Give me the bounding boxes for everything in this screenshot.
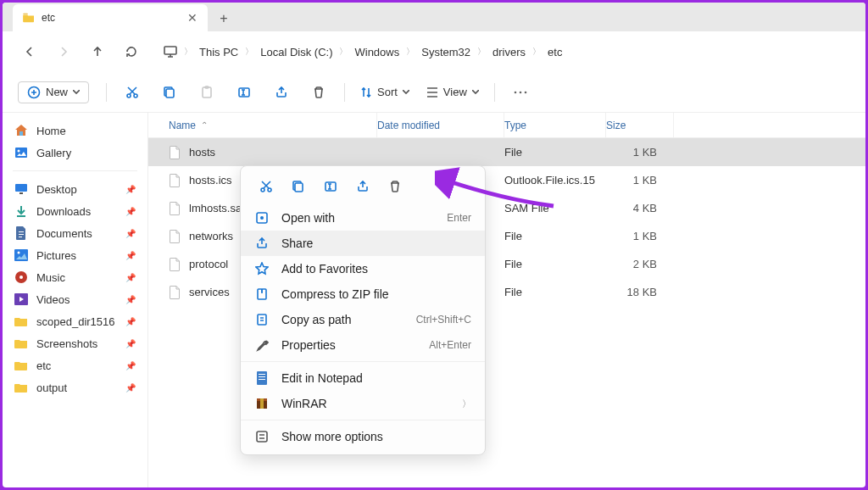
svg-rect-31 bbox=[259, 376, 265, 377]
ctx-winrar[interactable]: WinRAR〉 bbox=[241, 391, 485, 416]
copy-button[interactable] bbox=[154, 79, 185, 106]
sidebar-label: Pictures bbox=[36, 249, 76, 262]
up-button[interactable] bbox=[86, 40, 109, 64]
file-row[interactable]: hostsFile1 KB bbox=[148, 138, 865, 166]
file-icon bbox=[169, 146, 181, 159]
ctx-rename-button[interactable] bbox=[317, 175, 344, 198]
svg-rect-4 bbox=[166, 89, 174, 97]
sidebar-item[interactable]: Documents📌 bbox=[3, 222, 147, 244]
sidebar-label: output bbox=[36, 381, 67, 394]
new-button[interactable]: New bbox=[18, 81, 89, 103]
close-icon[interactable]: ✕ bbox=[187, 11, 198, 25]
desktop-icon bbox=[14, 182, 28, 196]
breadcrumb-item[interactable]: Windows bbox=[354, 46, 399, 58]
breadcrumb-item[interactable]: This PC bbox=[199, 46, 238, 58]
file-type: Outlook.File.ics.15 bbox=[504, 174, 606, 187]
rename-button[interactable] bbox=[229, 79, 259, 106]
sidebar-item[interactable]: Music📌 bbox=[3, 266, 147, 288]
file-icon bbox=[169, 258, 181, 271]
file-icon bbox=[169, 230, 181, 243]
pin-icon: 📌 bbox=[125, 361, 136, 370]
refresh-button[interactable] bbox=[120, 40, 143, 64]
svg-point-8 bbox=[515, 91, 517, 93]
pin-icon: 📌 bbox=[125, 273, 136, 282]
column-date[interactable]: Date modified bbox=[377, 113, 504, 137]
cut-button[interactable] bbox=[117, 79, 147, 106]
monitor-icon bbox=[164, 46, 177, 58]
breadcrumb-item[interactable]: System32 bbox=[421, 46, 470, 58]
sidebar-item[interactable]: Pictures📌 bbox=[3, 244, 147, 266]
sidebar-item[interactable]: scoped_dir1516📌 bbox=[3, 310, 147, 332]
pin-icon: 📌 bbox=[125, 251, 136, 260]
breadcrumb-item[interactable]: etc bbox=[548, 46, 562, 58]
ctx-openwith[interactable]: Open withEnter bbox=[241, 205, 485, 231]
pin-icon: 📌 bbox=[125, 295, 136, 304]
sort-dropdown[interactable]: Sort bbox=[352, 79, 418, 106]
sidebar-label: Videos bbox=[36, 293, 70, 306]
sidebar-item[interactable]: Videos📌 bbox=[3, 288, 147, 310]
video-icon bbox=[14, 292, 28, 306]
ctx-copy-button[interactable] bbox=[285, 175, 312, 198]
ctx-star[interactable]: Add to Favorites bbox=[241, 256, 485, 281]
pin-icon: 📌 bbox=[125, 339, 136, 348]
svg-rect-12 bbox=[15, 148, 27, 158]
delete-button[interactable] bbox=[303, 79, 334, 106]
sidebar-home[interactable]: Home bbox=[3, 120, 147, 142]
ctx-cut-button[interactable] bbox=[253, 175, 280, 198]
sidebar-label: Gallery bbox=[36, 147, 71, 159]
file-icon bbox=[169, 286, 181, 299]
sidebar-label: Desktop bbox=[36, 183, 77, 196]
ctx-show-more[interactable]: Show more options bbox=[241, 424, 485, 449]
sidebar-label: Screenshots bbox=[36, 337, 97, 350]
view-dropdown[interactable]: View bbox=[418, 79, 487, 106]
ctx-delete-button[interactable] bbox=[381, 175, 409, 198]
column-size[interactable]: Size bbox=[606, 113, 674, 137]
tab-etc[interactable]: etc ✕ bbox=[13, 4, 208, 31]
context-menu[interactable]: Open withEnterShareAdd to FavoritesCompr… bbox=[240, 165, 486, 455]
sort-label: Sort bbox=[377, 86, 398, 98]
ctx-notepad[interactable]: Edit in Notepad bbox=[241, 365, 485, 391]
sidebar-label: Documents bbox=[36, 227, 92, 240]
file-size: 1 KB bbox=[606, 146, 674, 159]
sidebar-item[interactable]: Screenshots📌 bbox=[3, 332, 147, 354]
more-button[interactable] bbox=[505, 79, 536, 106]
svg-rect-15 bbox=[19, 192, 23, 194]
ctx-copypath[interactable]: Copy as pathCtrl+Shift+C bbox=[241, 307, 485, 332]
svg-point-19 bbox=[19, 276, 23, 279]
breadcrumb[interactable]: 〉 This PC 〉 Local Disk (C:) 〉 Windows 〉 … bbox=[164, 46, 562, 58]
folder-icon bbox=[14, 315, 28, 328]
sidebar-label: etc bbox=[36, 359, 51, 372]
ctx-zip[interactable]: Compress to ZIP file bbox=[241, 281, 485, 307]
paste-button[interactable] bbox=[192, 79, 222, 106]
sidebar-item[interactable]: Desktop📌 bbox=[3, 178, 147, 200]
sidebar-label: Home bbox=[36, 125, 66, 137]
ctx-share[interactable]: Share bbox=[241, 231, 485, 256]
back-button[interactable] bbox=[18, 40, 42, 64]
chevron-down-icon bbox=[403, 90, 409, 95]
ctx-share-button[interactable] bbox=[349, 175, 376, 198]
sidebar-item[interactable]: output📌 bbox=[3, 376, 147, 398]
sidebar-item[interactable]: etc📌 bbox=[3, 354, 147, 376]
svg-rect-29 bbox=[257, 371, 267, 385]
column-type[interactable]: Type bbox=[504, 113, 606, 137]
sidebar-label: scoped_dir1516 bbox=[36, 315, 115, 328]
ctx-properties[interactable]: PropertiesAlt+Enter bbox=[241, 332, 485, 358]
share-button[interactable] bbox=[266, 79, 297, 106]
file-name: services bbox=[189, 286, 230, 298]
sidebar-gallery[interactable]: Gallery bbox=[3, 142, 147, 164]
column-name[interactable]: Name⌃ bbox=[148, 113, 377, 137]
file-size: 2 KB bbox=[606, 258, 674, 270]
download-icon bbox=[14, 204, 28, 218]
ctx-show-more-label: Show more options bbox=[281, 430, 383, 443]
new-tab-button[interactable]: + bbox=[211, 6, 236, 31]
tab-bar: etc ✕ + bbox=[3, 3, 865, 31]
forward-button[interactable] bbox=[52, 40, 75, 64]
svg-rect-32 bbox=[259, 379, 265, 380]
sidebar-item[interactable]: Downloads📌 bbox=[3, 200, 147, 222]
breadcrumb-item[interactable]: drivers bbox=[492, 46, 526, 58]
file-type: File bbox=[504, 286, 606, 298]
breadcrumb-item[interactable]: Local Disk (C:) bbox=[260, 46, 332, 58]
pictures-icon bbox=[14, 248, 28, 262]
svg-point-22 bbox=[268, 188, 271, 192]
svg-point-26 bbox=[260, 216, 264, 220]
